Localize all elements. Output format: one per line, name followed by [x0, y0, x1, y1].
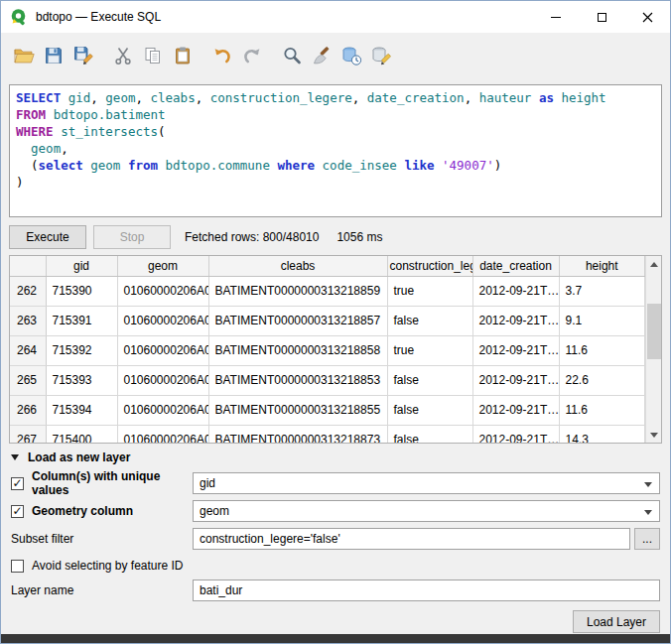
- unique-values-combobox[interactable]: gid: [193, 472, 660, 494]
- table-cell[interactable]: true: [387, 335, 472, 365]
- table-cell[interactable]: BATIMENT0000000313218853: [208, 365, 387, 395]
- row-number[interactable]: 266: [10, 395, 46, 425]
- subset-filter-input[interactable]: construction_legere='false': [193, 528, 630, 550]
- table-cell[interactable]: 715400: [46, 425, 117, 444]
- table-cell[interactable]: false: [387, 425, 472, 444]
- vertical-scrollbar[interactable]: [645, 256, 661, 443]
- table-cell[interactable]: 3.7: [559, 276, 645, 306]
- table-cell[interactable]: BATIMENT0000000313218858: [208, 335, 387, 365]
- table-cell[interactable]: 2012-09-21T…: [472, 276, 559, 306]
- table-cell[interactable]: 14.3: [559, 425, 645, 444]
- table-cell[interactable]: 2012-09-21T…: [472, 335, 559, 365]
- table-cell[interactable]: 22.6: [559, 365, 645, 395]
- subset-filter-row: Subset filter construction_legere='false…: [11, 528, 660, 550]
- layer-name-input[interactable]: bati_dur: [193, 580, 660, 601]
- table-row[interactable]: 26471539201060000206A0…BATIMENT000000031…: [10, 335, 645, 365]
- copy-button[interactable]: [138, 41, 168, 70]
- table-cell[interactable]: 11.6: [559, 335, 645, 365]
- undo-button[interactable]: [207, 41, 237, 70]
- load-as-new-layer-section: Load as new layer ✓ Column(s) with uniqu…: [11, 449, 660, 633]
- query-history-button[interactable]: [336, 41, 366, 70]
- chevron-down-icon: [644, 510, 652, 515]
- save-button[interactable]: [39, 41, 68, 70]
- unique-values-checkbox[interactable]: ✓: [11, 477, 24, 490]
- subset-filter-browse-button[interactable]: ...: [634, 528, 660, 550]
- titlebar[interactable]: bdtopo — Execute SQL: [1, 1, 670, 33]
- table-row[interactable]: 26771540001060000206A0…BATIMENT000000031…: [10, 425, 645, 444]
- table-cell[interactable]: BATIMENT0000000313218873: [208, 425, 387, 444]
- column-header-height[interactable]: height: [559, 256, 645, 276]
- results-grid: gidgeomcleabsconstruction_legeredate_cre…: [9, 255, 662, 444]
- save-icon: [43, 45, 65, 66]
- scroll-down-button[interactable]: [646, 427, 662, 443]
- table-cell[interactable]: 2012-09-21T…: [472, 365, 559, 395]
- table-cell[interactable]: false: [387, 365, 472, 395]
- table-cell[interactable]: 715390: [46, 276, 117, 306]
- clear-button[interactable]: [307, 41, 336, 70]
- table-cell[interactable]: 01060000206A0…: [117, 276, 208, 306]
- paste-button[interactable]: [168, 41, 198, 70]
- geometry-column-combobox[interactable]: geom: [193, 500, 660, 522]
- table-cell[interactable]: false: [387, 306, 472, 335]
- table-cell[interactable]: false: [387, 395, 472, 425]
- row-number[interactable]: 267: [10, 425, 46, 444]
- table-cell[interactable]: true: [387, 276, 472, 306]
- column-header-geom[interactable]: geom: [117, 256, 208, 276]
- save-as-button[interactable]: [68, 41, 98, 70]
- elapsed-time-text: 1056 ms: [336, 230, 382, 244]
- table-cell[interactable]: 715391: [46, 306, 117, 335]
- table-cell[interactable]: 01060000206A0…: [117, 365, 208, 395]
- execute-sql-dialog: bdtopo — Execute SQL: [0, 0, 671, 644]
- column-header-cleabs[interactable]: cleabs: [208, 256, 387, 276]
- scrollbar-thumb[interactable]: [647, 304, 661, 359]
- table-cell[interactable]: 715394: [46, 395, 117, 425]
- column-header-date_creation[interactable]: date_creation: [472, 256, 559, 276]
- table-cell[interactable]: 9.1: [559, 306, 645, 335]
- paste-icon: [172, 45, 194, 66]
- close-button[interactable]: [624, 1, 670, 33]
- column-header-construction_legere[interactable]: construction_legere: [387, 256, 472, 276]
- table-cell[interactable]: 01060000206A0…: [117, 335, 208, 365]
- execute-query-button[interactable]: [366, 41, 396, 70]
- sql-editor[interactable]: SELECT gid, geom, cleabs, construction_l…: [9, 84, 662, 217]
- geometry-column-checkbox[interactable]: ✓: [11, 505, 24, 518]
- table-cell[interactable]: 2012-09-21T…: [472, 425, 559, 444]
- table-cell[interactable]: 01060000206A0…: [117, 425, 208, 444]
- find-button[interactable]: [277, 41, 307, 70]
- actions-row: Execute Stop Fetched rows: 800/48010 105…: [9, 225, 662, 249]
- table-cell[interactable]: 01060000206A0…: [117, 395, 208, 425]
- window-title: bdtopo — Execute SQL: [36, 10, 161, 24]
- execute-button[interactable]: Execute: [9, 225, 86, 249]
- column-header-gid[interactable]: gid: [46, 256, 117, 276]
- maximize-button[interactable]: [579, 1, 624, 33]
- table-cell[interactable]: 2012-09-21T…: [472, 306, 559, 335]
- table-cell[interactable]: BATIMENT0000000313218857: [208, 306, 387, 335]
- table-cell[interactable]: BATIMENT0000000313218855: [208, 395, 387, 425]
- table-cell[interactable]: 01060000206A0…: [117, 306, 208, 335]
- open-file-icon: [13, 45, 35, 66]
- table-header-row: gidgeomcleabsconstruction_legeredate_cre…: [10, 256, 645, 276]
- table-row[interactable]: 26571539301060000206A0…BATIMENT000000031…: [10, 365, 645, 395]
- row-number[interactable]: 264: [10, 335, 46, 365]
- table-row[interactable]: 26271539001060000206A0…BATIMENT000000031…: [10, 276, 645, 306]
- minimize-button[interactable]: [533, 1, 579, 33]
- copy-icon: [142, 45, 164, 66]
- table-cell[interactable]: 11.6: [559, 395, 645, 425]
- open-file-button[interactable]: [9, 41, 39, 70]
- row-number[interactable]: 263: [10, 306, 46, 335]
- table-cell[interactable]: BATIMENT0000000313218859: [208, 276, 387, 306]
- table-cell[interactable]: 715393: [46, 365, 117, 395]
- avoid-select-checkbox[interactable]: [11, 560, 24, 573]
- table-row[interactable]: 26371539101060000206A0…BATIMENT000000031…: [10, 306, 645, 335]
- scroll-up-button[interactable]: [646, 256, 662, 272]
- row-number[interactable]: 262: [10, 276, 46, 306]
- cut-button[interactable]: [108, 41, 138, 70]
- redo-button[interactable]: [237, 41, 267, 70]
- table-cell[interactable]: 715392: [46, 335, 117, 365]
- row-number[interactable]: 265: [10, 365, 46, 395]
- load-layer-button[interactable]: Load Layer: [573, 610, 660, 633]
- section-header[interactable]: Load as new layer: [11, 449, 660, 466]
- subset-filter-value: construction_legere='false': [200, 532, 340, 546]
- table-cell[interactable]: 2012-09-21T…: [472, 395, 559, 425]
- table-row[interactable]: 26671539401060000206A0…BATIMENT000000031…: [10, 395, 645, 425]
